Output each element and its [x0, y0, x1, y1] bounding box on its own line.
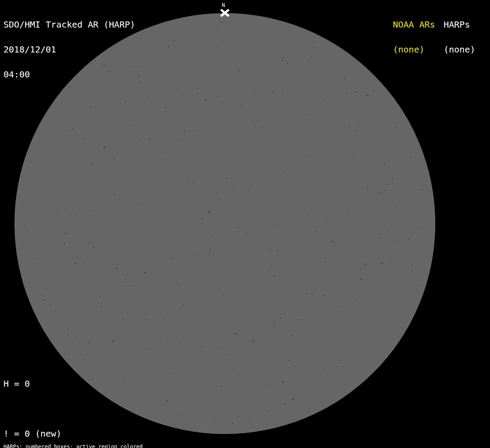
- disk-speck: [361, 279, 362, 280]
- disk-speck: [145, 102, 146, 103]
- disk-speck: [423, 190, 424, 190]
- disk-speck: [238, 70, 239, 71]
- disk-speck: [315, 231, 316, 231]
- disk-speck: [360, 121, 360, 122]
- disk-speck: [84, 262, 84, 262]
- disk-speck: [200, 228, 201, 228]
- disk-speck: [177, 282, 177, 283]
- harps-counter: HARPs (none): [444, 4, 475, 62]
- disk-speck: [336, 306, 337, 307]
- disk-speck: [77, 258, 78, 259]
- disk-speck: [367, 150, 367, 151]
- disk-speck: [70, 214, 71, 214]
- disk-speck: [149, 139, 150, 140]
- noaa-ars-value: (none): [393, 46, 435, 54]
- disk-speck: [220, 386, 221, 387]
- disk-speck: [396, 206, 397, 206]
- disk-speck: [396, 127, 396, 128]
- disk-speck: [89, 242, 89, 243]
- disk-speck: [186, 83, 186, 83]
- disk-speck: [356, 300, 357, 300]
- disk-speck: [114, 158, 115, 158]
- disk-speck: [77, 196, 78, 196]
- disk-speck: [199, 131, 200, 131]
- disk-speck: [274, 321, 274, 322]
- disk-speck: [273, 92, 274, 93]
- disk-speck: [285, 404, 285, 405]
- disk-speck: [397, 277, 398, 277]
- disk-speck: [113, 341, 114, 342]
- disk-speck: [201, 69, 202, 70]
- disk-speck: [165, 107, 166, 108]
- disk-speck: [349, 127, 350, 127]
- disk-speck: [384, 163, 385, 164]
- disk-speck: [198, 256, 199, 256]
- disk-speck: [396, 241, 397, 241]
- north-label: N: [222, 2, 225, 8]
- disk-speck: [84, 138, 84, 139]
- time-label: 04:00: [4, 70, 135, 79]
- disk-speck: [145, 348, 146, 349]
- disk-speck: [167, 400, 168, 401]
- disk-speck: [140, 140, 140, 140]
- disk-speck: [149, 131, 149, 132]
- disk-speck: [418, 170, 418, 170]
- disk-speck: [218, 96, 218, 97]
- disk-speck: [59, 154, 59, 154]
- disk-speck: [240, 162, 240, 162]
- disk-speck: [296, 126, 296, 127]
- disk-speck: [255, 126, 256, 126]
- disk-speck: [256, 89, 256, 89]
- disk-speck: [114, 194, 114, 195]
- disk-speck: [312, 56, 312, 57]
- disk-speck: [109, 281, 109, 281]
- disk-speck: [124, 378, 125, 378]
- disk-speck: [289, 360, 289, 361]
- disk-speck: [248, 418, 249, 418]
- disk-speck: [213, 235, 213, 236]
- disk-speck: [344, 79, 345, 79]
- disk-speck: [122, 139, 122, 139]
- disk-speck: [270, 256, 270, 256]
- disk-speck: [145, 319, 145, 320]
- disk-speck: [59, 179, 59, 180]
- disk-speck: [276, 255, 277, 256]
- disk-speck: [220, 408, 220, 408]
- north-cross-icon: [220, 9, 230, 17]
- disk-speck: [89, 343, 90, 343]
- disk-speck: [197, 88, 198, 88]
- disk-speck: [142, 203, 142, 204]
- disk-speck: [76, 214, 77, 214]
- disk-speck: [202, 346, 202, 346]
- disk-speck: [282, 89, 282, 90]
- disk-speck: [267, 410, 267, 411]
- disk-speck: [180, 343, 180, 343]
- disk-speck: [332, 241, 333, 242]
- disk-speck: [184, 131, 185, 131]
- disk-speck: [416, 285, 417, 285]
- disk-speck: [418, 228, 418, 229]
- disk-speck: [104, 147, 105, 147]
- disk-speck: [161, 159, 161, 160]
- disk-speck: [326, 217, 326, 218]
- disk-speck: [192, 182, 192, 182]
- disk-speck: [126, 101, 126, 102]
- footer-line-harps: HARPs: numbered boxes; active region col…: [4, 444, 187, 448]
- disk-speck: [269, 248, 270, 249]
- noaa-ars-counter: NOAA ARs (none): [393, 4, 435, 62]
- disk-speck: [137, 384, 137, 384]
- disk-speck: [216, 27, 217, 27]
- disk-speck: [311, 294, 312, 294]
- disk-speck: [209, 253, 210, 253]
- disk-speck: [382, 262, 382, 263]
- disk-speck: [178, 89, 178, 90]
- disk-speck: [50, 305, 51, 306]
- disk-speck: [75, 337, 76, 338]
- disk-speck: [69, 130, 69, 131]
- disk-speck: [205, 100, 206, 101]
- disk-speck: [91, 163, 92, 163]
- disk-speck: [187, 178, 188, 178]
- disk-speck: [64, 243, 65, 244]
- disk-speck: [186, 67, 186, 67]
- disk-speck: [380, 233, 380, 234]
